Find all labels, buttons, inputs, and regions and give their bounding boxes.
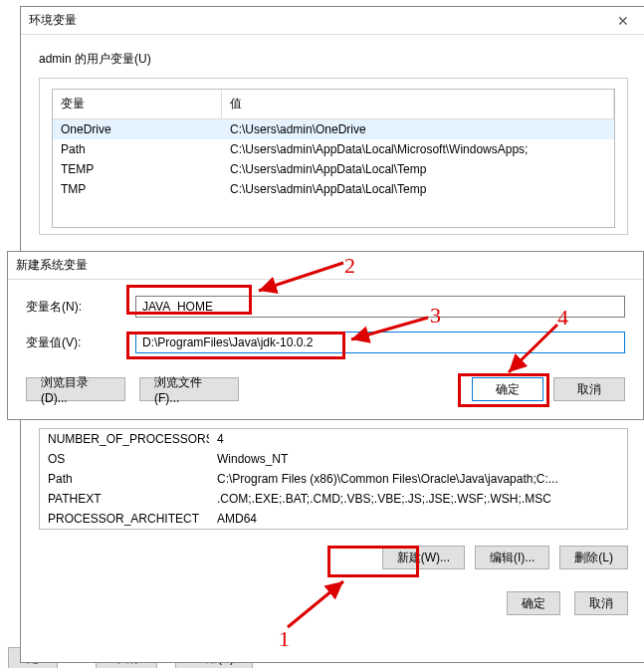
sys-new-button[interactable]: 新建(W)... bbox=[382, 546, 465, 569]
env-cancel-button[interactable]: 取消 bbox=[574, 591, 628, 615]
table-row[interactable]: PATHEXT .COM;.EXE;.BAT;.CMD;.VBS;.VBE;.J… bbox=[40, 489, 627, 509]
newvar-cancel-button[interactable]: 取消 bbox=[553, 377, 625, 401]
table-row[interactable]: Path C:\Program Files (x86)\Common Files… bbox=[40, 469, 627, 489]
sys-edit-button[interactable]: 编辑(I)... bbox=[475, 546, 549, 569]
user-vars-label: admin 的用户变量(U) bbox=[39, 45, 628, 74]
table-row[interactable]: OneDrive C:\Users\admin\OneDrive bbox=[53, 119, 614, 139]
user-header-var[interactable]: 变量 bbox=[53, 90, 222, 118]
newvar-ok-button[interactable]: 确定 bbox=[472, 377, 543, 401]
table-row[interactable]: TMP C:\Users\admin\AppData\Local\Temp bbox=[53, 179, 614, 199]
table-row[interactable]: Path C:\Users\admin\AppData\Local\Micros… bbox=[53, 139, 614, 159]
var-name-input[interactable] bbox=[135, 296, 625, 318]
close-icon[interactable]: ✕ bbox=[608, 13, 638, 29]
var-value-label: 变量值(V): bbox=[26, 334, 135, 351]
user-header-val[interactable]: 值 bbox=[222, 90, 614, 118]
browse-file-button[interactable]: 浏览文件(F)... bbox=[139, 377, 239, 401]
var-name-label: 变量名(N): bbox=[26, 299, 135, 316]
var-value-input[interactable] bbox=[135, 332, 625, 353]
table-row[interactable]: TEMP C:\Users\admin\AppData\Local\Temp bbox=[53, 159, 614, 179]
user-vars-groupbox: 变量 值 OneDrive C:\Users\admin\OneDrive Pa… bbox=[39, 78, 628, 235]
new-system-variable-dialog: 新建系统变量 变量名(N): 变量值(V): 浏览目录(D)... 浏览文件(F… bbox=[7, 251, 644, 420]
sys-delete-button[interactable]: 删除(L) bbox=[559, 546, 628, 569]
user-vars-table[interactable]: 变量 值 OneDrive C:\Users\admin\OneDrive Pa… bbox=[52, 89, 615, 228]
table-row[interactable]: NUMBER_OF_PROCESSORS 4 bbox=[40, 429, 627, 449]
table-row[interactable]: OS Windows_NT bbox=[40, 449, 627, 469]
table-row[interactable]: PROCESSOR_ARCHITECT AMD64 bbox=[40, 509, 627, 529]
newvar-titlebar: 新建系统变量 bbox=[8, 252, 643, 280]
system-vars-table[interactable]: NUMBER_OF_PROCESSORS 4 OS Windows_NT Pat… bbox=[39, 428, 628, 530]
env-titlebar: 环境变量 ✕ bbox=[21, 7, 644, 35]
env-ok-button[interactable]: 确定 bbox=[507, 591, 560, 615]
browse-directory-button[interactable]: 浏览目录(D)... bbox=[26, 377, 125, 401]
newvar-title: 新建系统变量 bbox=[16, 257, 635, 274]
env-title: 环境变量 bbox=[29, 12, 608, 29]
